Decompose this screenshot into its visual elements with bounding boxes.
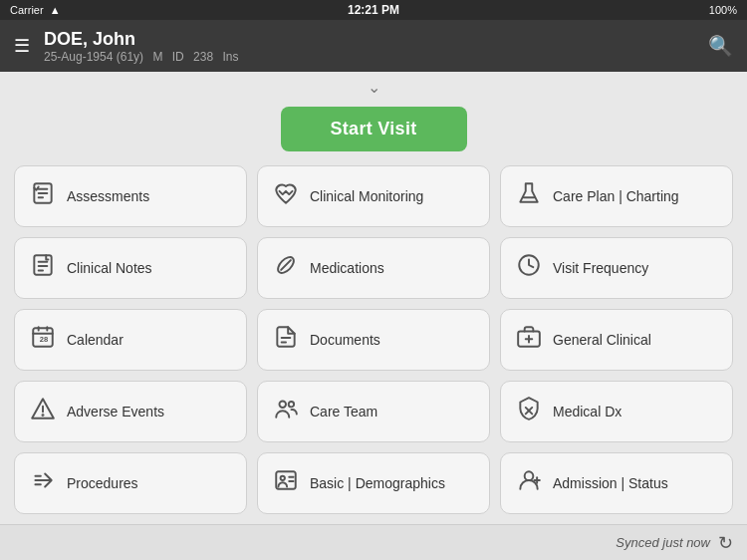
- calendar-icon: 28: [29, 324, 57, 356]
- assessments-icon: [29, 180, 57, 212]
- svg-point-23: [42, 415, 43, 416]
- care-team-icon: [272, 396, 300, 427]
- patient-gender: M: [152, 50, 162, 64]
- header: ☰ DOE, John 25-Aug-1954 (61y) M ID 238 I…: [0, 20, 747, 72]
- status-bar-time: 12:21 PM: [348, 3, 399, 17]
- status-bar: Carrier ▲ 12:21 PM 100%: [0, 0, 747, 20]
- procedures-icon: [29, 467, 57, 499]
- care-team-label: Care Team: [310, 404, 377, 420]
- medical-dx-icon: [515, 396, 543, 427]
- care-plan-charting-label: Care Plan | Charting: [553, 188, 679, 205]
- basic-demographics-label: Basic | Demographics: [310, 475, 445, 492]
- basic-demographics-icon: [272, 467, 300, 499]
- clinical-monitoring-icon: [272, 180, 300, 212]
- grid-item-general-clinical[interactable]: General Clinical: [500, 309, 733, 371]
- patient-id-label: ID: [172, 50, 184, 64]
- admission-status-label: Admission | Status: [553, 475, 668, 492]
- general-clinical-label: General Clinical: [553, 332, 651, 349]
- sync-icon[interactable]: ↻: [718, 532, 733, 554]
- footer: Synced just now ↻: [0, 524, 747, 560]
- documents-label: Documents: [310, 332, 380, 349]
- menu-icon[interactable]: ☰: [14, 35, 30, 57]
- calendar-label: Calendar: [67, 332, 124, 349]
- grid-item-documents[interactable]: Documents: [257, 309, 490, 371]
- medications-icon: [272, 252, 300, 284]
- medical-dx-label: Medical Dx: [553, 404, 622, 420]
- documents-icon: [272, 324, 300, 356]
- status-bar-left: Carrier ▲: [10, 4, 61, 16]
- general-clinical-icon: [515, 324, 543, 356]
- svg-point-24: [280, 401, 287, 408]
- svg-rect-5: [34, 255, 51, 275]
- svg-point-35: [525, 471, 534, 480]
- adverse-events-label: Adverse Events: [67, 404, 164, 420]
- wifi-icon: ▲: [50, 4, 61, 16]
- grid-item-basic-demographics[interactable]: Basic | Demographics: [257, 452, 490, 514]
- menu-grid: AssessmentsClinical MonitoringCare Plan …: [0, 165, 747, 560]
- start-visit-container: Start Visit: [0, 99, 747, 165]
- patient-ins: Ins: [222, 50, 238, 64]
- clinical-notes-icon: [29, 252, 57, 284]
- grid-item-care-team[interactable]: Care Team: [257, 381, 490, 442]
- patient-name: DOE, John: [44, 29, 244, 50]
- patient-info: DOE, John 25-Aug-1954 (61y) M ID 238 Ins: [44, 29, 244, 64]
- search-icon[interactable]: 🔍: [708, 34, 733, 58]
- chevron-down-icon[interactable]: ⌄: [368, 78, 380, 97]
- clinical-monitoring-label: Clinical Monitoring: [310, 188, 423, 205]
- visit-frequency-label: Visit Frequency: [553, 260, 648, 277]
- grid-item-clinical-notes[interactable]: Clinical Notes: [14, 237, 247, 299]
- carrier-label: Carrier: [10, 4, 44, 16]
- battery-label: 100%: [709, 4, 737, 16]
- grid-item-adverse-events[interactable]: Adverse Events: [14, 381, 247, 442]
- header-left: ☰ DOE, John 25-Aug-1954 (61y) M ID 238 I…: [14, 29, 244, 64]
- clinical-notes-label: Clinical Notes: [67, 260, 152, 277]
- svg-point-25: [289, 402, 294, 407]
- grid-item-medications[interactable]: Medications: [257, 237, 490, 299]
- grid-item-admission-status[interactable]: Admission | Status: [500, 452, 733, 514]
- sync-status-text: Synced just now: [616, 535, 710, 550]
- patient-id: 238: [193, 50, 213, 64]
- grid-item-medical-dx[interactable]: Medical Dx: [500, 381, 733, 442]
- medications-label: Medications: [310, 260, 384, 277]
- grid-item-clinical-monitoring[interactable]: Clinical Monitoring: [257, 165, 490, 227]
- chevron-bar: ⌄: [0, 72, 747, 99]
- care-plan-charting-icon: [515, 180, 543, 212]
- procedures-label: Procedures: [67, 475, 138, 492]
- admission-status-icon: [515, 467, 543, 499]
- patient-details: 25-Aug-1954 (61y) M ID 238 Ins: [44, 50, 244, 64]
- svg-text:28: 28: [40, 335, 48, 344]
- grid-item-care-plan-charting[interactable]: Care Plan | Charting: [500, 165, 733, 227]
- grid-item-procedures[interactable]: Procedures: [14, 452, 247, 514]
- start-visit-button[interactable]: Start Visit: [281, 107, 467, 151]
- visit-frequency-icon: [515, 252, 543, 284]
- patient-dob: 25-Aug-1954 (61y): [44, 50, 143, 64]
- grid-item-calendar[interactable]: 28Calendar: [14, 309, 247, 371]
- assessments-label: Assessments: [67, 188, 149, 205]
- adverse-events-icon: [29, 396, 57, 427]
- svg-point-32: [281, 476, 285, 480]
- grid-item-visit-frequency[interactable]: Visit Frequency: [500, 237, 733, 299]
- grid-item-assessments[interactable]: Assessments: [14, 165, 247, 227]
